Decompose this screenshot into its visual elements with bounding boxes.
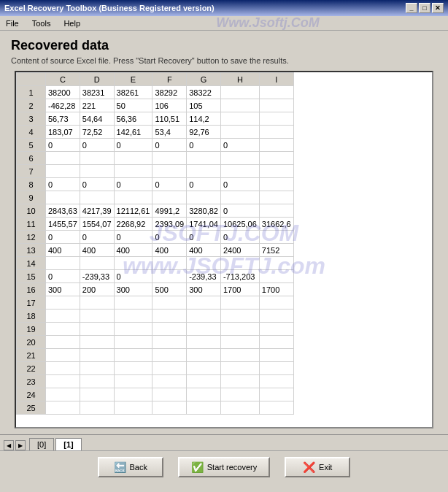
- row-number: 25: [17, 401, 46, 415]
- table-cell: [220, 126, 259, 139]
- table-cell: [259, 204, 293, 218]
- sheet-tab-0[interactable]: [0]: [29, 438, 54, 450]
- table-cell: 0: [46, 270, 80, 283]
- table-cell: 2843,63: [46, 204, 80, 218]
- table-cell: [220, 257, 259, 270]
- table-row: 356,7354,6456,36110,51114,2: [17, 112, 294, 126]
- table-cell: 400: [80, 244, 114, 257]
- table-cell: [259, 86, 293, 99]
- close-button[interactable]: ✕: [432, 3, 444, 13]
- table-cell: [80, 323, 114, 336]
- table-cell: [187, 152, 221, 165]
- start-recovery-button[interactable]: ✅ Start recovery: [178, 457, 270, 477]
- tab-nav-right[interactable]: ▶: [15, 440, 26, 450]
- menu-tools[interactable]: Tools: [29, 18, 54, 28]
- table-cell: 1700: [259, 283, 293, 296]
- button-bar: 🔙 Back ✅ Start recovery ❌ Exit: [0, 450, 448, 483]
- table-row: 18: [17, 310, 294, 323]
- table-cell: 183,07: [46, 126, 80, 139]
- table-cell: [220, 375, 259, 388]
- col-header-C: C: [46, 73, 80, 86]
- table-row: 13820038231382613829238322: [17, 86, 294, 99]
- start-recovery-icon: ✅: [191, 461, 204, 473]
- table-cell: [220, 349, 259, 362]
- table-cell: 0: [114, 270, 152, 283]
- table-cell: [152, 388, 187, 401]
- menu-file[interactable]: File: [3, 18, 22, 28]
- row-number: 9: [17, 191, 46, 204]
- sheet-tabs: ◀ ▶ [0] [1]: [0, 434, 448, 450]
- col-header-D: D: [80, 73, 114, 86]
- table-cell: 0: [152, 178, 187, 191]
- table-cell: 1741,04: [187, 218, 221, 231]
- window-controls: _ □ ✕: [406, 3, 444, 13]
- table-cell: [46, 165, 80, 178]
- table-cell: [187, 191, 221, 204]
- table-cell: [259, 401, 293, 415]
- table-cell: 53,4: [152, 126, 187, 139]
- table-cell: 4991,2: [152, 204, 187, 218]
- table-cell: [187, 362, 221, 375]
- row-number: 1: [17, 86, 46, 99]
- table-cell: 110,51: [152, 112, 187, 126]
- row-number: 19: [17, 323, 46, 336]
- row-number: 21: [17, 349, 46, 362]
- table-cell: [187, 257, 221, 270]
- table-cell: 300: [114, 283, 152, 296]
- table-cell: [46, 336, 80, 349]
- table-cell: [114, 349, 152, 362]
- table-cell: [114, 310, 152, 323]
- table-cell: 0: [220, 231, 259, 244]
- table-cell: 3280,82: [187, 204, 221, 218]
- table-cell: [80, 375, 114, 388]
- row-number: 3: [17, 112, 46, 126]
- table-cell: [152, 310, 187, 323]
- table-cell: [259, 336, 293, 349]
- table-cell: [114, 401, 152, 415]
- table-cell: -462,28: [46, 99, 80, 112]
- table-cell: 0: [46, 178, 80, 191]
- table-cell: [220, 296, 259, 310]
- table-cell: 0: [114, 139, 152, 152]
- back-button[interactable]: 🔙 Back: [98, 457, 163, 477]
- row-number: 17: [17, 296, 46, 310]
- exit-button[interactable]: ❌ Exit: [285, 457, 350, 477]
- tab-nav-left[interactable]: ◀: [4, 440, 14, 450]
- table-cell: 0: [80, 178, 114, 191]
- data-table: C D E F G H I 13820038231382613829238322…: [16, 72, 294, 415]
- page-title: Recovered data: [11, 38, 437, 53]
- spreadsheet-container: JSOFTJ.COM www.JSOFTJ.com C D E F G H I: [15, 71, 433, 428]
- table-cell: [46, 257, 80, 270]
- maximize-button[interactable]: □: [419, 3, 430, 13]
- tab-nav: ◀ ▶: [4, 440, 26, 450]
- table-cell: 50: [114, 99, 152, 112]
- table-cell: 38231: [80, 86, 114, 99]
- table-cell: 56,36: [114, 112, 152, 126]
- table-cell: [46, 152, 80, 165]
- start-recovery-label: Start recovery: [207, 463, 257, 472]
- table-cell: 106: [152, 99, 187, 112]
- table-cell: [80, 349, 114, 362]
- row-number: 12: [17, 231, 46, 244]
- table-cell: 0: [114, 178, 152, 191]
- table-cell: [259, 99, 293, 112]
- table-cell: [46, 296, 80, 310]
- table-cell: 7152: [259, 244, 293, 257]
- table-cell: [114, 296, 152, 310]
- sheet-tab-1[interactable]: [1]: [55, 438, 81, 450]
- minimize-button[interactable]: _: [406, 3, 417, 13]
- table-cell: [187, 388, 221, 401]
- table-cell: [80, 296, 114, 310]
- table-cell: 0: [187, 139, 221, 152]
- menu-help[interactable]: Help: [61, 18, 83, 28]
- table-cell: 38292: [152, 86, 187, 99]
- table-row: 4183,0772,52142,6153,492,76: [17, 126, 294, 139]
- table-cell: [187, 296, 221, 310]
- row-number: 20: [17, 336, 46, 349]
- row-number: 6: [17, 152, 46, 165]
- table-row: 8000000: [17, 178, 294, 191]
- spreadsheet-scroll[interactable]: C D E F G H I 13820038231382613829238322…: [16, 72, 432, 427]
- table-cell: -239,33: [80, 270, 114, 283]
- table-cell: [152, 375, 187, 388]
- row-number: 8: [17, 178, 46, 191]
